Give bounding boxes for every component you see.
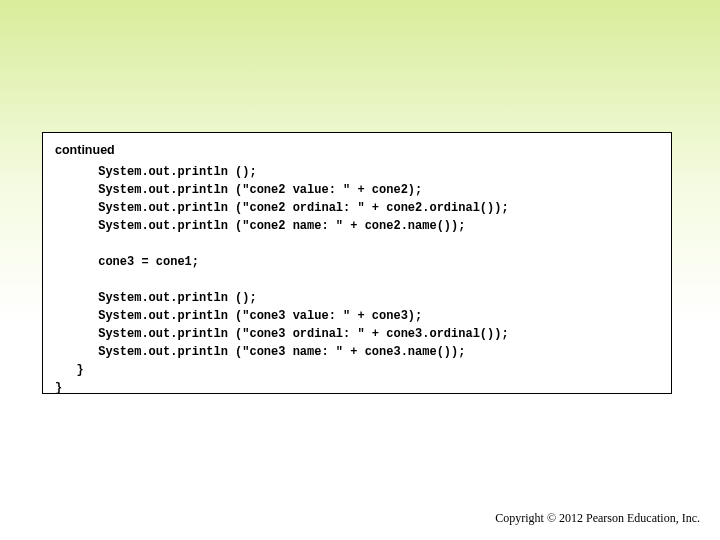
code-box: continued System.out.println (); System.… xyxy=(42,132,672,394)
code-line: System.out.println ("cone2 name: " + con… xyxy=(55,219,465,233)
code-line: System.out.println ("cone3 ordinal: " + … xyxy=(55,327,509,341)
code-block: System.out.println (); System.out.printl… xyxy=(55,163,659,397)
code-line: System.out.println (); xyxy=(55,291,257,305)
code-line: } xyxy=(55,381,62,395)
code-line: System.out.println ("cone3 value: " + co… xyxy=(55,309,422,323)
continued-label: continued xyxy=(55,143,659,157)
copyright-text: Copyright © 2012 Pearson Education, Inc. xyxy=(495,511,700,526)
code-line: cone3 = cone1; xyxy=(55,255,199,269)
code-line: System.out.println ("cone2 ordinal: " + … xyxy=(55,201,509,215)
code-line: System.out.println (); xyxy=(55,165,257,179)
code-line: System.out.println ("cone3 name: " + con… xyxy=(55,345,465,359)
code-line: } xyxy=(55,363,84,377)
code-line: System.out.println ("cone2 value: " + co… xyxy=(55,183,422,197)
